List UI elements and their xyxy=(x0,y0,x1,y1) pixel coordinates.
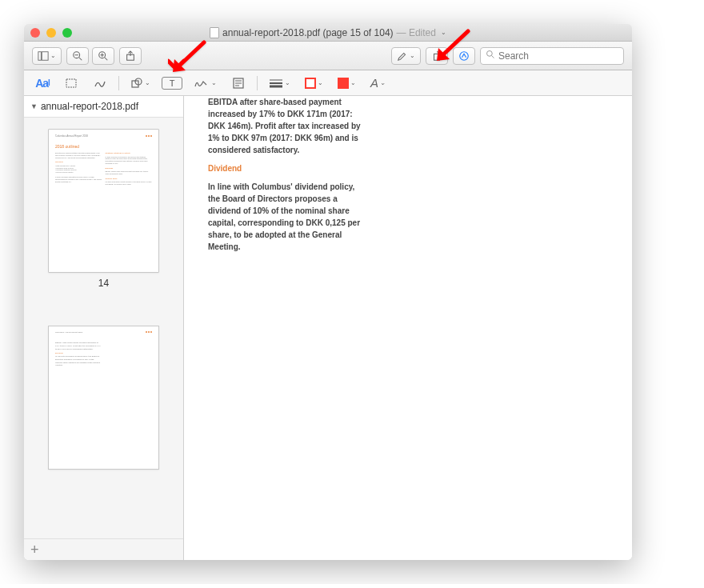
markup-toolbar: AaI ⌄ T ⌄ ⌄ ⌄ ⌄ A⌄ xyxy=(24,70,632,96)
sidebar-file-header[interactable]: ▼ annual-report-2018.pdf xyxy=(24,96,183,118)
document-page-view[interactable]: EBITDA after share-based payment increas… xyxy=(184,96,632,560)
svg-point-12 xyxy=(487,51,493,57)
share-button[interactable] xyxy=(119,47,142,65)
search-field[interactable] xyxy=(480,47,624,65)
titlebar: annual-report-2018.pdf (page 15 of 104) … xyxy=(24,24,632,42)
text-style-tool[interactable]: A⌄ xyxy=(367,74,389,92)
rotate-button[interactable] xyxy=(426,47,448,65)
sidebar-filename: annual-report-2018.pdf xyxy=(41,101,138,112)
thumbnail-sidebar: ▼ annual-report-2018.pdf Columbus Annual… xyxy=(24,96,184,560)
rectangular-selection-tool[interactable] xyxy=(61,74,82,92)
search-icon xyxy=(486,50,495,62)
thumbnail-page-number: 14 xyxy=(24,274,183,297)
view-mode-button[interactable]: ⌄ xyxy=(32,47,62,65)
preview-window: annual-report-2018.pdf (page 15 of 104) … xyxy=(24,24,632,560)
markup-toolbar-toggle[interactable] xyxy=(453,47,475,65)
fill-color-tool[interactable]: ⌄ xyxy=(334,74,359,92)
zoom-in-button[interactable] xyxy=(92,47,114,65)
main-toolbar: ⌄ ⌄ xyxy=(24,42,632,70)
content-area: ▼ annual-report-2018.pdf Columbus Annual… xyxy=(24,96,632,560)
add-page-button[interactable]: + xyxy=(30,542,177,557)
window-title: annual-report-2018.pdf (page 15 of 104) … xyxy=(24,27,632,38)
text-selection-tool[interactable]: AaI xyxy=(32,74,53,92)
search-input[interactable] xyxy=(498,50,618,62)
sign-tool[interactable]: ⌄ xyxy=(190,74,220,92)
page-text: EBITDA after share-based payment increas… xyxy=(208,96,368,253)
page-thumbnail[interactable]: Columbus Annual Report 2018 2018 outline… xyxy=(24,124,183,274)
window-controls xyxy=(30,28,72,38)
minimize-button[interactable] xyxy=(46,28,56,38)
svg-rect-14 xyxy=(66,79,76,87)
close-button[interactable] xyxy=(30,28,40,38)
line-style-tool[interactable]: ⌄ xyxy=(266,74,294,92)
border-color-tool[interactable]: ⌄ xyxy=(302,74,326,92)
shapes-tool[interactable]: ⌄ xyxy=(127,74,154,92)
svg-line-3 xyxy=(79,57,82,60)
svg-rect-1 xyxy=(42,51,48,60)
text-tool[interactable]: T xyxy=(162,77,182,90)
maximize-button[interactable] xyxy=(62,28,72,38)
svg-rect-10 xyxy=(434,54,440,60)
svg-line-13 xyxy=(492,56,494,58)
sketch-tool[interactable] xyxy=(90,74,110,92)
document-icon xyxy=(210,27,219,38)
title-dropdown-icon: ⌄ xyxy=(441,29,446,36)
svg-rect-0 xyxy=(38,51,42,60)
svg-line-6 xyxy=(105,57,108,60)
disclosure-triangle-icon: ▼ xyxy=(30,102,38,110)
page-thumbnail[interactable]: Columbus Annual Report 2018 EBITDA after… xyxy=(24,321,183,471)
note-tool[interactable] xyxy=(228,74,249,92)
highlight-button[interactable]: ⌄ xyxy=(391,47,421,65)
zoom-out-button[interactable] xyxy=(66,47,89,65)
